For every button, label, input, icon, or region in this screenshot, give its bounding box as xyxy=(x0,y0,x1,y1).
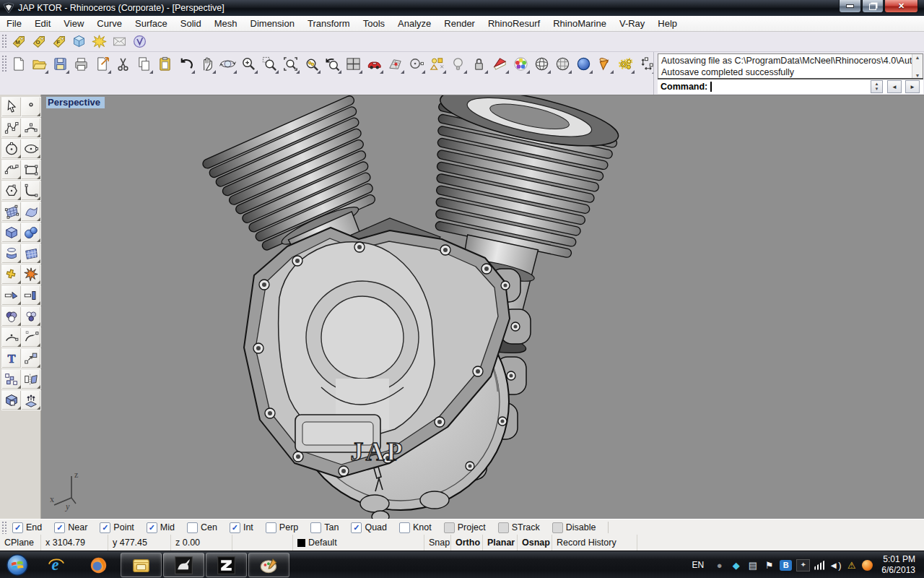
osnap-project[interactable]: Project xyxy=(444,522,486,533)
menu-mesh[interactable]: Mesh xyxy=(208,17,244,30)
osnap-mid[interactable]: Mid xyxy=(147,522,175,533)
named-selections-button[interactable] xyxy=(427,53,448,75)
y-coordinate[interactable]: y 477.45 xyxy=(108,535,171,551)
osnap-toggle[interactable]: Osnap xyxy=(518,535,552,551)
units-cell[interactable] xyxy=(232,535,293,551)
command-prev-button[interactable]: ◄ xyxy=(887,80,902,93)
taskbar-clock[interactable]: 5:01 PM 6/6/2013 xyxy=(881,554,915,576)
command-history[interactable]: Autosaving file as C:\ProgramData\McNeel… xyxy=(658,53,923,79)
fillet-curve-tool[interactable] xyxy=(21,181,41,201)
osnap-int[interactable]: Int xyxy=(230,522,253,533)
minimize-button[interactable] xyxy=(839,0,861,13)
tray-graphics-utility-icon[interactable]: ✦ xyxy=(796,559,810,571)
checkbox[interactable] xyxy=(54,522,65,533)
menu-file[interactable]: File xyxy=(0,17,28,30)
surface-3pt-tool[interactable] xyxy=(1,202,22,222)
viewport-canvas[interactable]: JAP Perspective z x y xyxy=(41,95,924,519)
taskbar-rhino[interactable] xyxy=(163,553,204,577)
osnap-quad[interactable]: Quad xyxy=(351,522,387,533)
tray-warning-icon[interactable]: ⚠ xyxy=(845,559,858,571)
pan-view-button[interactable] xyxy=(196,53,217,75)
menu-solid[interactable]: Solid xyxy=(174,17,208,30)
boolean-tool[interactable] xyxy=(1,390,22,410)
tray-messenger-icon[interactable]: ● xyxy=(713,559,725,571)
checkbox[interactable] xyxy=(230,522,240,533)
taskbar-internet-explorer[interactable]: e xyxy=(35,553,77,577)
record-history-toggle[interactable]: Record History xyxy=(552,535,637,551)
new-file-button[interactable] xyxy=(8,53,29,75)
export-button[interactable] xyxy=(92,53,113,75)
cut-button[interactable] xyxy=(113,53,134,75)
text-tool[interactable]: T xyxy=(1,348,22,368)
menu-vray[interactable]: V-Ray xyxy=(613,17,651,30)
checkbox[interactable] xyxy=(100,522,110,533)
open-file-button[interactable] xyxy=(29,53,50,75)
tray-agent-icon[interactable] xyxy=(862,560,873,571)
box-tool[interactable] xyxy=(1,223,22,243)
print-button[interactable] xyxy=(71,53,92,75)
control-point-curve-tool[interactable] xyxy=(1,118,22,138)
tray-dropbox-icon[interactable]: ◆ xyxy=(730,559,742,571)
layer-cell[interactable]: Default xyxy=(293,535,424,551)
zoom-extents-button[interactable] xyxy=(280,53,301,75)
osnap-cen[interactable]: Cen xyxy=(187,522,217,533)
command-input[interactable] xyxy=(710,79,871,94)
ghosted-viewport-button[interactable] xyxy=(552,53,573,75)
rebuild-curve-tool[interactable] xyxy=(1,327,22,348)
network-surface-tool[interactable] xyxy=(21,243,41,264)
polygon-tool[interactable] xyxy=(1,181,22,201)
vray-render-button[interactable] xyxy=(129,32,149,51)
z-coordinate[interactable]: z 0.00 xyxy=(171,535,232,551)
array-tool[interactable] xyxy=(1,369,22,389)
scroll-up-icon[interactable]: ▲ xyxy=(912,54,923,61)
cplane-cell[interactable]: CPlane xyxy=(0,535,41,551)
object-color-button[interactable] xyxy=(510,53,531,75)
ellipse-tool[interactable] xyxy=(21,139,41,159)
menu-edit[interactable]: Edit xyxy=(28,17,57,30)
tray-bluetooth-icon[interactable]: B xyxy=(780,560,792,571)
viewport-layout-button[interactable] xyxy=(343,53,364,75)
osnap-tan[interactable]: Tan xyxy=(310,522,339,533)
toolbar-grip[interactable] xyxy=(1,55,6,73)
language-indicator[interactable]: EN xyxy=(692,560,705,570)
wireframe-viewport-button[interactable] xyxy=(531,53,552,75)
tray-volume-icon[interactable]: ◄) xyxy=(829,559,841,571)
plugin-burst-button[interactable] xyxy=(89,32,109,51)
close-button[interactable]: ✕ xyxy=(884,0,918,13)
menu-analyze[interactable]: Analyze xyxy=(391,17,437,30)
revolve-tool[interactable] xyxy=(1,243,22,264)
curved-surface-tool[interactable] xyxy=(21,202,41,222)
zoom-dynamic-button[interactable] xyxy=(238,53,259,75)
osnap-near[interactable]: Near xyxy=(54,522,87,533)
save-file-button[interactable] xyxy=(50,53,71,75)
checkbox[interactable] xyxy=(498,522,509,533)
menu-curve[interactable]: Curve xyxy=(90,17,128,30)
copy-button[interactable] xyxy=(134,53,154,75)
circle-tool[interactable] xyxy=(1,139,22,159)
options-button[interactable] xyxy=(615,53,636,75)
layer-color-swatch[interactable] xyxy=(297,539,305,547)
undo-button[interactable] xyxy=(175,53,196,75)
checkbox[interactable] xyxy=(266,522,276,533)
rectangle-tool[interactable] xyxy=(21,160,41,180)
rendered-viewport-button[interactable] xyxy=(573,53,594,75)
checkbox[interactable] xyxy=(12,522,23,533)
toolbar-grip[interactable] xyxy=(1,521,6,534)
osnap-perp[interactable]: Perp xyxy=(266,522,298,533)
plugin-geometry-button[interactable] xyxy=(69,32,89,51)
rotate-view-button[interactable] xyxy=(217,53,238,75)
osnap-knot[interactable]: Knot xyxy=(399,522,432,533)
vray-frame-buffer-button[interactable]: F xyxy=(48,32,69,51)
menu-view[interactable]: View xyxy=(57,17,90,30)
lights-button[interactable] xyxy=(448,53,468,75)
trim-tool[interactable] xyxy=(1,285,22,306)
menu-tools[interactable]: Tools xyxy=(357,17,391,30)
checkbox[interactable] xyxy=(310,522,321,533)
plugin-mesh-button[interactable] xyxy=(109,32,129,51)
tray-clipboard-icon[interactable]: ▤ xyxy=(746,559,759,571)
start-button[interactable] xyxy=(1,553,34,577)
restore-button[interactable] xyxy=(862,0,884,13)
move-tool[interactable] xyxy=(1,264,22,285)
paste-button[interactable] xyxy=(154,53,175,75)
tray-network-signal-icon[interactable] xyxy=(814,561,824,570)
